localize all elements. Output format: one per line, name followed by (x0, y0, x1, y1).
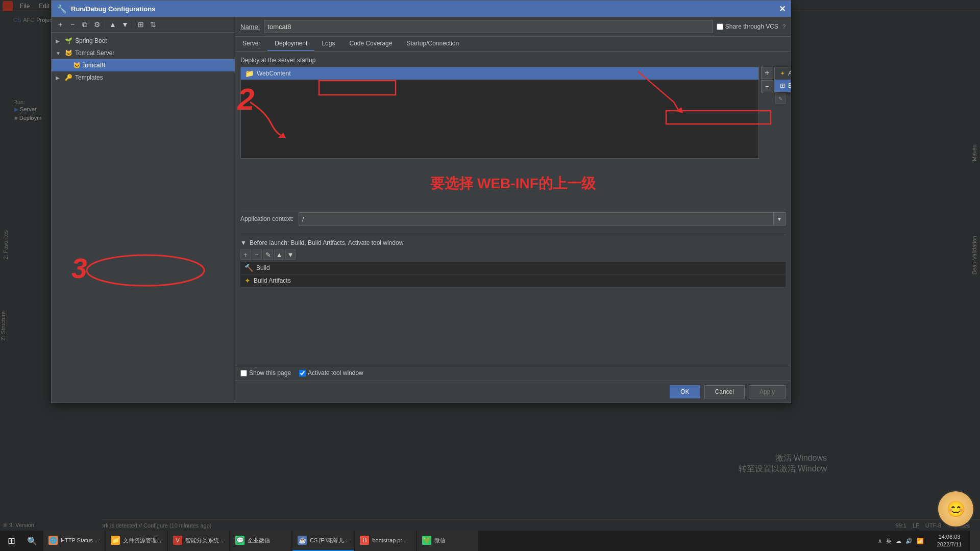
cn-annotation: 要选择 WEB-INF的上一级 (240, 174, 786, 193)
settings-config-button[interactable]: ⚙ (91, 19, 103, 30)
folder-icon: 📁 (245, 69, 254, 78)
dialog-close-button[interactable]: ✕ (779, 4, 786, 14)
add-config-button[interactable]: + (55, 19, 66, 30)
toolbar-separator-1 (105, 20, 105, 29)
before-launch-toolbar: + − ✎ ▲ ▼ (240, 249, 786, 260)
remove-config-button[interactable]: − (67, 19, 78, 30)
copy-config-button[interactable]: ⧉ (79, 19, 90, 30)
network-icon[interactable]: 📶 (917, 538, 924, 544)
build-icon: 🔨 (244, 264, 253, 272)
down-launch-button[interactable]: ▼ (285, 249, 296, 260)
build-launch-item[interactable]: 🔨 Build (240, 262, 786, 274)
tomcat8-icon: 🐱 (72, 61, 81, 69)
wechat-label: 微信 (434, 537, 446, 544)
before-launch-collapse[interactable]: ▼ (240, 239, 247, 246)
remove-launch-button[interactable]: − (252, 249, 262, 260)
app-context-row: Application context: ▼ (240, 209, 786, 229)
taskbar-wechat[interactable]: 💚 微信 (417, 531, 478, 551)
templates-label: Templates (75, 74, 103, 81)
add-launch-button[interactable]: + (240, 249, 251, 260)
name-input[interactable] (264, 20, 713, 33)
tree-tomcat8[interactable]: 🐱 tomcat8 (52, 59, 235, 71)
spring-boot-icon: 🌱 (64, 37, 73, 45)
activate-tool-checkbox-container: Activate tool window (299, 369, 363, 377)
build-artifacts-launch-item[interactable]: ✦ Build Artifacts (240, 274, 786, 287)
deploy-webcontent-item[interactable]: 📁 WebContent (241, 67, 758, 80)
lang-icon[interactable]: 英 (886, 537, 892, 545)
edit-launch-button[interactable]: ✎ (263, 249, 273, 260)
cs-label-taskbar: CS [F:\花萼儿... (310, 537, 349, 544)
tree-templates[interactable]: ▶ 🔑 Templates (52, 71, 235, 84)
artifact-option[interactable]: ✦ Artifact... (775, 67, 791, 80)
tomcat8-label: tomcat8 (83, 62, 105, 69)
external-icon: ⊞ (780, 82, 785, 89)
cs-icon: ☕ (298, 536, 307, 545)
before-launch-section: ▼ Before launch: Build, Build Artifacts,… (240, 235, 786, 287)
dialog-title: 🔧 Run/Debug Configurations (57, 4, 155, 14)
help-icon[interactable]: ? (782, 23, 786, 30)
dialog-title-text: Run/Debug Configurations (71, 5, 155, 13)
search-button[interactable]: 🔍 (23, 531, 41, 551)
ok-button[interactable]: OK (670, 385, 700, 398)
toolbar-separator-2 (133, 20, 133, 29)
sys-tray: ∧ 英 ☁ 🔊 📶 (873, 537, 929, 545)
tab-deployment[interactable]: Deployment (267, 37, 314, 51)
files-icon: 📁 (111, 536, 120, 545)
share-vcs-checkbox[interactable] (717, 23, 723, 30)
expand-tomcat-icon: ▼ (56, 51, 64, 56)
before-launch-header: ▼ Before launch: Build, Build Artifacts,… (240, 239, 786, 246)
deploy-header: Deploy at the server startup (240, 57, 786, 64)
move-up-button[interactable]: ▲ (107, 19, 118, 30)
add-deploy-container: + ✦ Artifact... ⊞ External Source... (761, 67, 773, 79)
bottom-checkboxes: Show this page Activate tool window (235, 365, 791, 381)
chevron-icon[interactable]: ∧ (878, 538, 882, 544)
sort-button[interactable]: ⇅ (148, 19, 159, 30)
taskbar-classify[interactable]: V 智能分类系统... (168, 531, 229, 551)
activate-tool-checkbox[interactable] (299, 370, 306, 377)
system-clock[interactable]: 14:06:03 2022/7/11 (929, 533, 970, 549)
tree-spring-boot[interactable]: ▶ 🌱 Spring Boot (52, 35, 235, 47)
add-deploy-button[interactable]: + (761, 67, 773, 79)
name-row: Name: Share through VCS ? (235, 17, 791, 37)
dialog-buttons: OK Cancel Apply (235, 381, 791, 403)
show-desktop-button[interactable] (970, 531, 980, 551)
external-label: External Source... (788, 82, 791, 89)
bootstrap-icon: B (360, 536, 369, 545)
taskbar-wework[interactable]: 💬 企业微信 (230, 531, 291, 551)
bootstrap-label: bootstrap.pr... (372, 537, 406, 543)
expand-templates-icon: ▶ (56, 75, 64, 81)
deploy-dropdown: ✦ Artifact... ⊞ External Source... (774, 67, 791, 92)
show-page-label: Show this page (249, 369, 291, 377)
cancel-button[interactable]: Cancel (704, 385, 745, 398)
up-launch-button[interactable]: ▲ (274, 249, 284, 260)
http-icon: 🌐 (48, 536, 58, 545)
taskbar-http[interactable]: 🌐 HTTP Status ... (43, 531, 105, 551)
wework-label: 企业微信 (248, 537, 270, 544)
external-source-option[interactable]: ⊞ External Source... (775, 80, 791, 92)
edit-scroll-button[interactable]: ✎ (775, 93, 786, 104)
remove-deploy-button[interactable]: − (761, 80, 773, 92)
tab-code-coverage[interactable]: Code Coverage (342, 37, 399, 51)
app-context-input-wrap: ▼ (299, 212, 786, 226)
show-page-checkbox[interactable] (240, 370, 247, 377)
tab-logs[interactable]: Logs (314, 37, 342, 51)
tab-startup[interactable]: Startup/Connection (399, 37, 466, 51)
move-down-button[interactable]: ▼ (119, 19, 131, 30)
start-button[interactable]: ⊞ (0, 531, 23, 551)
mascot-avatar: 😊 (937, 490, 975, 528)
tree-tomcat-server[interactable]: ▼ 🐱 Tomcat Server (52, 47, 235, 59)
filter-button[interactable]: ⊞ (135, 19, 146, 30)
speaker-icon[interactable]: 🔊 (905, 538, 913, 544)
app-context-input[interactable] (299, 212, 786, 226)
wechat-icon: 💚 (422, 536, 431, 545)
tab-server[interactable]: Server (235, 37, 267, 51)
tabs-bar: Server Deployment Logs Code Coverage Sta… (235, 37, 791, 52)
deploy-list: 📁 WebContent (240, 67, 759, 159)
taskbar-files[interactable]: 📁 文件资源管理... (106, 531, 167, 551)
taskbar-cs[interactable]: ☕ CS [F:\花萼儿... (292, 531, 354, 551)
webcontent-label: WebContent (257, 70, 291, 77)
apply-button[interactable]: Apply (749, 385, 786, 398)
taskbar-bootstrap[interactable]: B bootstrap.pr... (355, 531, 416, 551)
left-toolbar: + − ⧉ ⚙ ▲ ▼ ⊞ ⇅ (52, 17, 235, 33)
context-dropdown-button[interactable]: ▼ (773, 212, 786, 226)
